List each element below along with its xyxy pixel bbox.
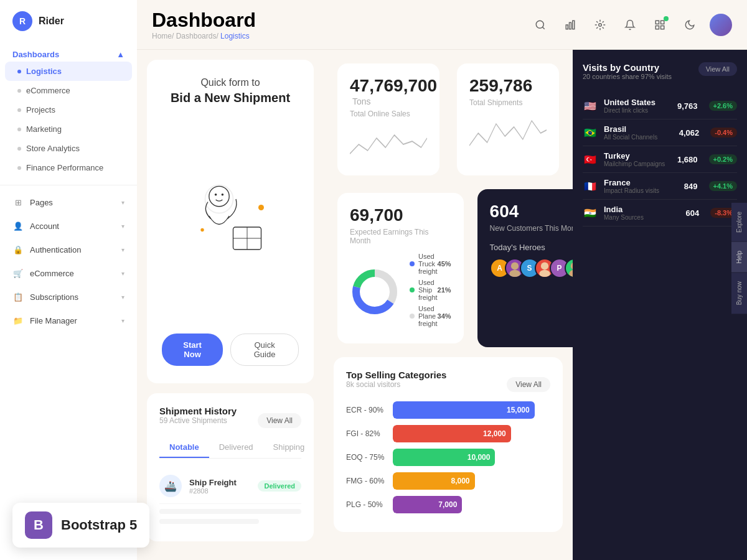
bar-row: PLG - 50% 7,000 — [346, 496, 550, 513]
dot-icon — [17, 89, 21, 93]
svg-rect-2 — [566, 25, 568, 29]
tab-delivered[interactable]: Delivered — [209, 437, 263, 458]
list-item: 🇮🇳 India Many Sources 604 -8.3% — [583, 200, 737, 226]
shipment-history-header: Shipment History 59 Active Shipments Vie… — [159, 406, 301, 435]
search-button[interactable] — [530, 15, 550, 35]
dot-icon — [17, 147, 21, 151]
subscriptions-label: Subscriptions — [30, 292, 78, 302]
header: Dashboard Home/ Dashboards/ Logistics — [137, 0, 747, 50]
legend-item-ship: Used Ship freight 21% — [410, 279, 451, 301]
categories-view-all-button[interactable]: View All — [507, 377, 550, 392]
sidebar-item-finance[interactable]: Finance Performance — [0, 158, 137, 177]
bootstrap-icon: B — [25, 511, 52, 539]
shipments-sparkline — [469, 114, 547, 152]
shipment-view-all-button[interactable]: View All — [258, 413, 301, 428]
sidebar-item-label: Marketing — [26, 124, 62, 134]
filemanager-icon: 📁 — [12, 315, 24, 326]
country-flag: 🇫🇷 — [583, 180, 598, 192]
sidebar-item-store-analytics[interactable]: Store Analytics — [0, 139, 137, 158]
svg-point-5 — [599, 23, 602, 26]
earnings-card: 69,700 Expected Earnings This Month — [337, 193, 464, 343]
theme-toggle[interactable] — [680, 15, 700, 35]
start-now-button[interactable]: Start Now — [162, 334, 223, 366]
ship-dot — [410, 287, 415, 292]
country-name: Brasil — [604, 124, 673, 134]
shimmer-row — [159, 509, 301, 514]
country-info: Turkey Mailchimp Campaigns — [604, 151, 671, 167]
sidebar-item-authentication[interactable]: 🔒 Authentication ▾ — [0, 238, 137, 261]
customers-card: 604 New Customers This Month Today's Her… — [477, 189, 573, 347]
metric-label: Total Shipments — [469, 98, 547, 107]
sidebar-item-projects[interactable]: Projects — [0, 100, 137, 119]
tab-shipping[interactable]: Shipping — [263, 437, 315, 458]
svg-rect-9 — [661, 26, 664, 29]
country-source: Direct link clicks — [604, 107, 671, 114]
metric-value: 47,769,700 — [350, 76, 437, 95]
list-item: 🇹🇷 Turkey Mailchimp Campaigns 1,680 +0.2… — [583, 146, 737, 173]
auth-label: Authentication — [30, 245, 81, 254]
quick-guide-button[interactable]: Quick Guide — [230, 334, 299, 366]
bootstrap-badge: B Bootstrap 5 — [12, 503, 149, 548]
sidebar-item-filemanager[interactable]: 📁 File Manager ▾ — [0, 309, 137, 332]
settings-button[interactable] — [590, 15, 610, 35]
sales-sparkline — [350, 126, 427, 163]
freight-legend: Used Truck freight 45% Used Ship freight… — [410, 253, 451, 331]
sidebar-item-subscriptions[interactable]: 📋 Subscriptions ▾ — [0, 285, 137, 309]
change-badge: +4.1% — [709, 181, 738, 191]
side-tabs: Explore Help Buy now — [731, 203, 747, 314]
header-left: Dashboard Home/ Dashboards/ Logistics — [152, 9, 256, 40]
grid-button[interactable] — [650, 15, 670, 35]
change-badge: -0.4% — [710, 128, 737, 138]
right-column: Explore Help Buy now Visits by Country 2… — [573, 50, 747, 560]
dashboards-group[interactable]: Dashboards ▲ — [0, 45, 137, 62]
chart-button[interactable] — [560, 15, 580, 35]
svg-point-18 — [222, 194, 224, 196]
country-flag: 🇹🇷 — [583, 154, 598, 165]
buy-now-tab[interactable]: Buy now — [731, 273, 747, 314]
subscriptions-icon: 📋 — [12, 291, 24, 302]
bar-label: ECR - 90% — [346, 406, 387, 414]
country-value: 604 — [686, 208, 700, 218]
sidebar-item-account[interactable]: 👤 Account ▾ — [0, 214, 137, 238]
country-view-all-button[interactable]: View All — [698, 62, 737, 76]
app-logo[interactable]: R Rider — [0, 0, 137, 42]
sidebar-item-marketing[interactable]: Marketing — [0, 119, 137, 139]
sidebar-item-logistics[interactable]: Logistics — [5, 62, 132, 81]
promo-text: Quick form to Bid a New Shipment — [171, 77, 290, 105]
sidebar-item-label: eCommerce — [26, 86, 70, 95]
ecommerce-icon: 🛒 — [12, 268, 24, 279]
country-section: Visits by Country 20 countries share 97%… — [573, 50, 747, 239]
user-avatar[interactable] — [710, 14, 732, 36]
account-label: Account — [30, 222, 59, 231]
svg-point-26 — [539, 270, 550, 278]
bar-label: FMG - 60% — [346, 477, 387, 485]
shipment-history-card: Shipment History 59 Active Shipments Vie… — [147, 393, 314, 541]
header-right — [530, 14, 732, 36]
help-tab[interactable]: Help — [731, 242, 747, 273]
country-name: Turkey — [604, 151, 671, 161]
dot-icon — [17, 166, 21, 170]
heroes-avatars: A S P +2 — [490, 258, 573, 278]
truck-dot — [410, 261, 415, 266]
metric-unit: Tons — [352, 96, 371, 106]
country-info: France Impact Radius visits — [604, 178, 678, 194]
truck-pct: 45% — [438, 260, 451, 268]
promo-illustration — [174, 166, 286, 266]
sidebar-item-ecommerce[interactable]: eCommerce — [0, 81, 137, 100]
pages-label: Pages — [30, 198, 53, 207]
categories-title: Top Selling Categories — [346, 370, 446, 380]
shipment-history-title: Shipment History 59 Active Shipments — [159, 406, 237, 435]
list-item: 🇺🇸 United States Direct link clicks 9,76… — [583, 93, 737, 119]
svg-point-17 — [215, 194, 217, 196]
shipment-tabs: Notable Delivered Shipping — [159, 437, 301, 459]
country-value: 9,763 — [677, 101, 698, 111]
sidebar-item-pages[interactable]: ⊞ Pages ▾ — [0, 190, 137, 214]
explore-tab[interactable]: Explore — [731, 203, 747, 241]
tab-notable[interactable]: Notable — [159, 437, 209, 458]
content-area: Quick form to Bid a New Shipment — [137, 50, 747, 560]
sidebar-item-ecommerce-main[interactable]: 🛒 eCommerce ▾ — [0, 261, 137, 285]
svg-rect-6 — [655, 21, 659, 24]
notifications-button[interactable] — [620, 15, 640, 35]
chevron-down-icon: ▾ — [121, 294, 125, 301]
section-title: Shipment History — [159, 406, 237, 416]
